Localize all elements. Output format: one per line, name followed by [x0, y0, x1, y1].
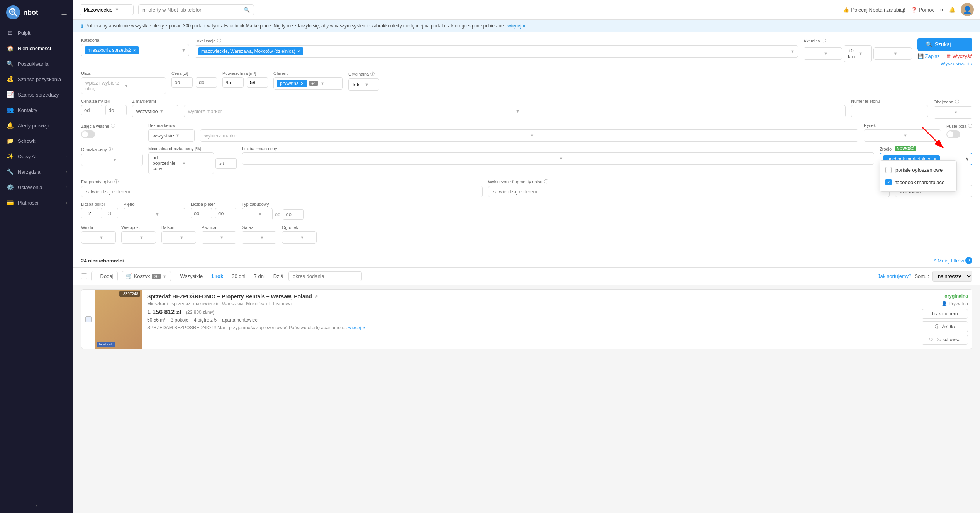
- winda-select[interactable]: ▼: [81, 231, 116, 244]
- minimalna-obnizka-select[interactable]: od poprzedniej ceny ▼: [148, 152, 214, 174]
- do-schowka-button[interactable]: ♡ Do schowka: [922, 335, 968, 345]
- bez-markerow-select[interactable]: wszystkie ▼: [148, 129, 195, 142]
- listing-item-checkbox[interactable]: [81, 290, 95, 349]
- dni30-btn[interactable]: 30 dni: [229, 272, 248, 281]
- ulica-select[interactable]: wpisz i wybierz ulicę ▼: [81, 77, 166, 94]
- cena-od-input[interactable]: [171, 77, 193, 88]
- sidebar-item-nieruchomosci[interactable]: 🏠 Nieruchomości: [0, 41, 73, 56]
- oferent-tag-close[interactable]: ×: [301, 81, 304, 86]
- typ-do-input[interactable]: [283, 209, 304, 220]
- aktualna-info-icon: ⓘ: [822, 38, 826, 44]
- obejrzana-select[interactable]: ▼: [934, 106, 972, 119]
- balkon-select[interactable]: ▼: [161, 231, 196, 244]
- pietro-select[interactable]: ▼: [124, 208, 185, 220]
- listing-desc-more-link[interactable]: więcej »: [348, 325, 365, 330]
- rok-btn[interactable]: 1 rok: [208, 272, 226, 281]
- typ-zabudowy-select[interactable]: ▼: [242, 208, 273, 220]
- puste-pola-toggle[interactable]: [946, 130, 960, 138]
- zapisz-button[interactable]: 💾 Zapisz: [917, 53, 940, 59]
- facebook-checkbox[interactable]: ✓: [885, 179, 892, 185]
- zdjecia-toggle[interactable]: [81, 130, 95, 138]
- jak-sortujemy-link[interactable]: Jak sortujemy?: [878, 273, 911, 279]
- wybierz-marker-select[interactable]: wybierz marker ▼: [184, 105, 846, 117]
- sidebar-item-poszukiwania[interactable]: 🔍 Poszukiwania: [0, 56, 73, 71]
- lokalizacja-input[interactable]: mazowieckie, Warszawa, Mokotów (dzielnic…: [195, 45, 798, 58]
- dni7-btn[interactable]: 7 dni: [251, 272, 268, 281]
- source-option-portale[interactable]: portale ogłoszeniowe: [880, 164, 956, 176]
- ogrodek-select[interactable]: ▼: [282, 231, 317, 244]
- rynek-select[interactable]: ▼: [864, 129, 941, 142]
- km-select[interactable]: +0 km ▼: [844, 45, 872, 62]
- sortuj-select[interactable]: najnowsze: [932, 271, 972, 282]
- sidebar-item-ustawienia[interactable]: ⚙️ Ustawienia ‹: [0, 179, 73, 195]
- z-markerami-select[interactable]: wszystkie ▼: [132, 105, 178, 117]
- dodaj-button[interactable]: + Dodaj: [91, 271, 118, 281]
- hamburger-icon[interactable]: ☰: [61, 8, 67, 17]
- aktualna-extra-select[interactable]: ▼: [873, 47, 912, 60]
- cena-do-input[interactable]: [196, 77, 217, 88]
- sidebar-item-szanse-pozyskania[interactable]: 💰 Szanse pozyskania: [0, 71, 73, 87]
- pieter-od-input[interactable]: [191, 208, 212, 218]
- wykluczone-input[interactable]: [488, 186, 890, 197]
- wybierz-marker2-select[interactable]: wybierz marker ▼: [200, 129, 858, 142]
- liczba-zmian-select[interactable]: ▼: [242, 152, 874, 165]
- koszyk-button[interactable]: 🛒 Koszyk 20 ▼: [122, 271, 171, 281]
- powierzchnia-do-input[interactable]: [247, 77, 268, 88]
- notifications-action[interactable]: 🔔: [949, 7, 955, 13]
- numer-telefonu-input[interactable]: [851, 105, 928, 117]
- wszystkie-btn[interactable]: Wszystkie: [177, 272, 206, 281]
- pokoi-do-input[interactable]: [101, 208, 118, 218]
- lokalizacja-tag-close[interactable]: ×: [297, 49, 300, 54]
- sidebar-item-alerty[interactable]: 🔔 Alerty prowizji: [0, 118, 73, 133]
- sidebar-item-platnosci[interactable]: 💳 Płatności ‹: [0, 195, 73, 210]
- oferent-input[interactable]: prywatna × +1 ▼: [273, 77, 343, 90]
- zrodlo-button[interactable]: ⓘ Źródło: [922, 321, 968, 332]
- szukaj-button[interactable]: 🔍 Szukaj: [917, 38, 972, 51]
- oferent-plus-count[interactable]: +1: [309, 81, 318, 86]
- less-filters-link[interactable]: ^ Mniej filtrów 2: [934, 257, 972, 264]
- minimalna-od-input[interactable]: [215, 158, 237, 169]
- help-action[interactable]: ❓ Pomoc: [911, 7, 934, 13]
- kategoria-tag-close[interactable]: ×: [133, 47, 136, 53]
- arrow-icon-settings: ‹: [66, 185, 67, 190]
- dzis-btn[interactable]: Dziś: [270, 272, 286, 281]
- sidebar-item-narzedzia[interactable]: 🔧 Narzędzia ‹: [0, 164, 73, 179]
- piwnica-select[interactable]: ▼: [202, 231, 236, 244]
- sidebar-item-schowki[interactable]: 📁 Schowki: [0, 133, 73, 149]
- recommend-action[interactable]: 👍 Polecaj Nbota i zarabiaj!: [843, 7, 905, 13]
- brak-numeru-button[interactable]: brak numeru: [922, 309, 968, 319]
- fragmenty-opisu-input[interactable]: [81, 186, 483, 197]
- powierzchnia-od-input[interactable]: [222, 77, 244, 88]
- sidebar-item-kontakty[interactable]: 👥 Kontakty: [0, 102, 73, 118]
- okres-input[interactable]: [288, 271, 362, 281]
- wyszukiwania-link[interactable]: Wyszukiwania: [941, 61, 972, 66]
- apps-action[interactable]: ⠿: [940, 7, 944, 13]
- oryginalna-select[interactable]: tak ▼: [348, 78, 379, 91]
- sidebar-collapse-btn[interactable]: ‹: [0, 498, 73, 513]
- garaz-select[interactable]: ▼: [242, 231, 276, 244]
- source-option-facebook[interactable]: ✓ facebook marketplace: [880, 176, 956, 188]
- pokoi-od-input[interactable]: [81, 208, 98, 218]
- topbar-search-box[interactable]: 🔍: [138, 4, 254, 15]
- user-avatar[interactable]: 👤: [961, 3, 974, 16]
- obnizka-select[interactable]: ▼: [81, 154, 143, 166]
- external-link-icon[interactable]: ↗: [314, 294, 318, 299]
- aktualna-select[interactable]: ▼: [804, 47, 842, 60]
- wyczysc-button[interactable]: 🗑 Wyczyść: [946, 53, 972, 59]
- wielopoz-select[interactable]: ▼: [121, 231, 156, 244]
- item-checkbox[interactable]: [85, 316, 92, 322]
- aktualna-chevron-icon: ▼: [824, 51, 838, 56]
- kategoria-input[interactable]: mieszkania sprzedaż × ▼: [81, 44, 189, 56]
- sidebar-item-pulpit[interactable]: ⊞ Pulpit: [0, 25, 73, 41]
- search-input[interactable]: [142, 7, 241, 13]
- sidebar-item-opisy-ai[interactable]: ✨ Opisy AI ‹: [0, 149, 73, 164]
- pieter-do-input[interactable]: [215, 208, 236, 218]
- sidebar-item-szanse-sprzedazy[interactable]: 📈 Szanse sprzedaży: [0, 87, 73, 102]
- zrodlo-up-arrow-icon[interactable]: ∧: [965, 156, 969, 162]
- portale-checkbox[interactable]: [885, 167, 892, 173]
- info-more-link[interactable]: więcej »: [507, 23, 525, 29]
- listing-select-all-checkbox[interactable]: [81, 273, 87, 279]
- cena-za-m2-od-input[interactable]: [81, 105, 102, 115]
- region-selector[interactable]: Mazowieckie ▼: [80, 4, 134, 15]
- cena-za-m2-do-input[interactable]: [105, 105, 127, 115]
